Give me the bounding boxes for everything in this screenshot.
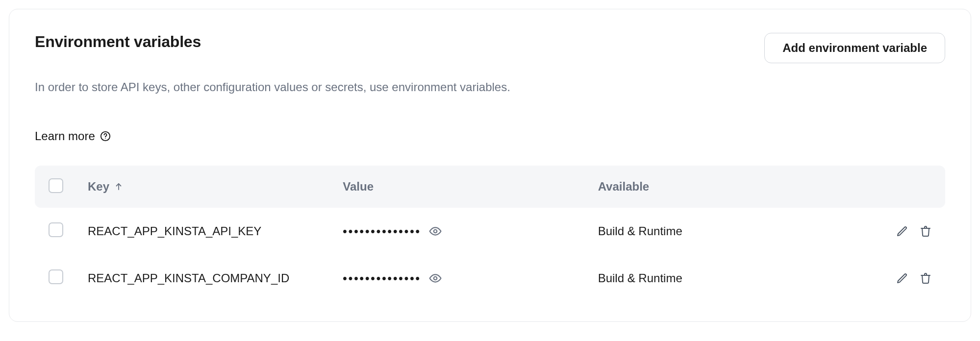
table-row: REACT_APP_KINSTA_COMPANY_ID ••••••••••••… [35,255,945,302]
env-key: REACT_APP_KINSTA_API_KEY [88,224,343,238]
column-header-key[interactable]: Key [88,180,343,194]
pencil-icon [896,272,908,284]
delete-button[interactable] [920,272,931,284]
table-header: Key Value Available [35,166,945,208]
env-availability: Build & Runtime [598,271,853,285]
table-row: REACT_APP_KINSTA_API_KEY •••••••••••••• … [35,208,945,255]
row-checkbox[interactable] [49,222,63,237]
select-all-checkbox[interactable] [49,178,63,193]
column-header-available: Available [598,180,853,194]
reveal-value-button[interactable] [429,225,442,238]
pencil-icon [896,225,908,237]
env-availability: Build & Runtime [598,224,853,238]
sort-ascending-icon [114,182,123,191]
eye-icon [429,272,442,285]
trash-icon [920,272,931,284]
environment-variables-panel: Environment variables Add environment va… [9,9,971,322]
learn-more-link[interactable]: Learn more [35,129,111,143]
edit-button[interactable] [896,272,908,284]
trash-icon [920,225,931,237]
row-checkbox[interactable] [49,269,63,284]
column-header-value: Value [343,180,598,194]
help-icon [100,131,111,142]
delete-button[interactable] [920,225,931,237]
add-environment-variable-button[interactable]: Add environment variable [764,33,945,63]
section-title: Environment variables [35,33,201,51]
edit-button[interactable] [896,225,908,237]
svg-point-1 [105,138,106,139]
reveal-value-button[interactable] [429,272,442,285]
learn-more-label: Learn more [35,129,95,143]
section-description: In order to store API keys, other config… [35,78,525,96]
eye-icon [429,225,442,238]
svg-point-3 [434,230,437,233]
masked-value: •••••••••••••• [343,271,421,285]
svg-point-4 [434,277,437,280]
env-key: REACT_APP_KINSTA_COMPANY_ID [88,271,343,285]
masked-value: •••••••••••••• [343,224,421,238]
env-variables-table: Key Value Available [35,166,945,302]
